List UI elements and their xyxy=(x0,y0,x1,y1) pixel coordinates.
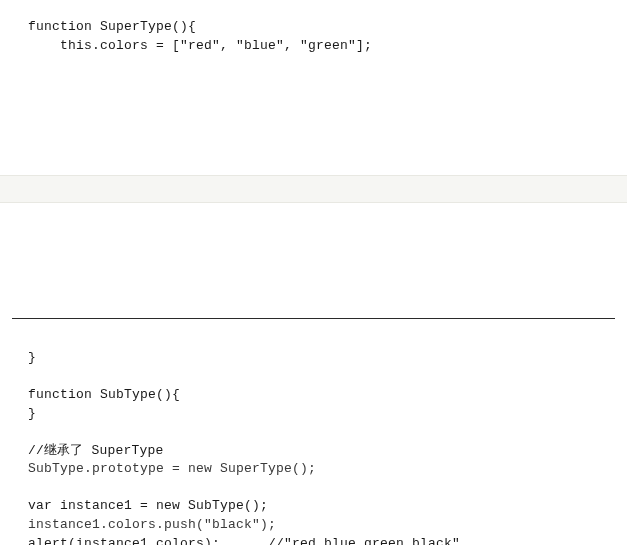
code-line: } xyxy=(28,349,627,368)
code-line: function SuperType(){ xyxy=(28,18,627,37)
code-line: var instance1 = new SubType(); xyxy=(28,497,627,516)
blank-line xyxy=(28,424,627,442)
code-block-top: function SuperType(){ this.colors = ["re… xyxy=(0,0,627,175)
code-block-bottom: } function SubType(){ } //继承了 SuperType … xyxy=(0,319,627,545)
code-line: //继承了 SuperType xyxy=(28,442,627,461)
code-line: alert(instance1.colors); //"red,blue,gre… xyxy=(28,535,627,545)
page-divider-band xyxy=(0,175,627,203)
code-line: this.colors = ["red", "blue", "green"]; xyxy=(28,37,627,56)
code-line: } xyxy=(28,405,627,424)
code-line: instance1.colors.push("black"); xyxy=(28,516,627,535)
code-line: function SubType(){ xyxy=(28,386,627,405)
code-line: SubType.prototype = new SuperType(); xyxy=(28,460,627,479)
blank-line xyxy=(28,368,627,386)
page-gap xyxy=(0,203,627,318)
blank-line xyxy=(28,479,627,497)
